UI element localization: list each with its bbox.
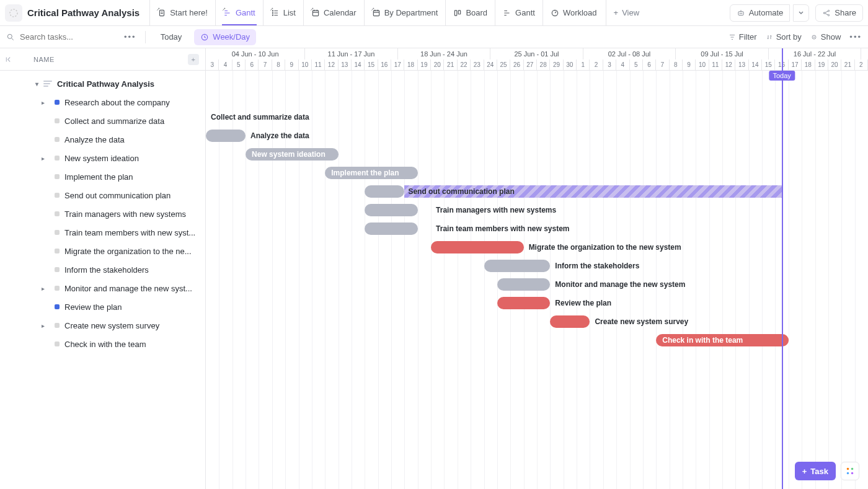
weekday-toggle[interactable]: Week/Day	[194, 29, 256, 45]
day-header: 30	[564, 59, 577, 71]
day-header: 2	[855, 59, 868, 71]
plus-icon: +	[614, 8, 619, 17]
search-icon	[6, 33, 15, 42]
week-header: 04 Jun - 10 Jun	[206, 48, 305, 59]
gantt-bar-label: Collect and summarize data	[211, 111, 309, 123]
view-tab-by-department[interactable]: By Department	[364, 0, 446, 25]
status-icon	[55, 211, 60, 216]
timeline-header: 04 Jun - 10 Jun11 Jun - 17 Jun18 Jun - 2…	[206, 48, 868, 71]
svg-point-12	[741, 13, 742, 14]
view-tab-start-here-[interactable]: Start here!	[149, 0, 215, 25]
add-view-button[interactable]: + View	[606, 0, 647, 25]
search-box[interactable]	[6, 32, 118, 42]
task-row[interactable]: ▸New system ideation	[0, 149, 205, 167]
day-header: 1	[577, 59, 590, 71]
status-icon	[55, 323, 60, 328]
view-tab-list[interactable]: List	[263, 0, 303, 25]
gantt-bar[interactable]	[365, 185, 404, 198]
gantt-bar[interactable]	[497, 278, 550, 291]
apps-button[interactable]	[841, 462, 859, 480]
task-row[interactable]: Migrate the organization to the ne...	[0, 242, 205, 260]
day-header: 5	[232, 59, 246, 71]
svg-point-23	[851, 472, 854, 475]
caret-right-icon[interactable]: ▸	[40, 99, 46, 106]
gantt-bar[interactable]	[365, 222, 417, 235]
view-tab-gantt[interactable]: Gantt	[215, 0, 263, 25]
day-header: 7	[259, 59, 272, 71]
day-header: 4	[219, 59, 232, 71]
task-row[interactable]: ▸Monitor and manage the new syst...	[0, 279, 205, 297]
space-icon[interactable]	[5, 4, 22, 22]
automate-button[interactable]: Automate	[730, 4, 790, 22]
gantt-bar-label: Analyze the data	[250, 130, 309, 142]
caret-right-icon[interactable]: ▸	[40, 155, 46, 162]
day-header: 11	[709, 59, 722, 71]
today-button[interactable]: Today	[154, 29, 188, 45]
more-options-icon[interactable]: •••	[849, 32, 862, 42]
task-list-panel: NAME + ▾ Critical Pathway Analysis ▸Rese…	[0, 48, 206, 489]
view-tabs: Start here!GanttListCalendarBy Departmen…	[149, 0, 604, 25]
show-button[interactable]: Show	[810, 32, 841, 42]
day-header: 15	[762, 59, 775, 71]
week-header: 09 Jul - 15 Jul	[676, 48, 769, 59]
gantt-bar-label: Monitor and manage the new system	[555, 278, 685, 291]
task-row[interactable]: ▸Create new system survey	[0, 316, 205, 335]
task-row[interactable]: Collect and summarize data	[0, 112, 205, 130]
task-row[interactable]: Inform the stakeholders	[0, 260, 205, 279]
gantt-bar[interactable]	[550, 315, 590, 328]
gantt-icon	[503, 9, 512, 17]
page-title[interactable]: Critical Pathway Analysis	[27, 7, 140, 18]
gantt-bar[interactable]: Check in with the team	[656, 334, 789, 346]
gantt-bar-label: Send out communication plan	[408, 185, 514, 198]
svg-point-15	[828, 14, 830, 15]
svg-rect-6	[373, 10, 379, 15]
day-header: 8	[670, 59, 683, 71]
view-tab-workload[interactable]: Workload	[542, 0, 604, 25]
tree-group-row[interactable]: ▾ Critical Pathway Analysis	[0, 74, 205, 93]
task-tree: ▾ Critical Pathway Analysis ▸Research ab…	[0, 71, 205, 489]
collapse-panel-icon[interactable]	[5, 55, 14, 64]
new-task-button[interactable]: + Task	[795, 462, 836, 480]
day-header: 9	[285, 59, 298, 71]
gantt-bar[interactable]: New system ideation	[246, 148, 339, 161]
status-icon	[55, 286, 60, 291]
task-row[interactable]: Implement the plan	[0, 167, 205, 186]
share-button[interactable]: Share	[815, 4, 863, 22]
view-tab-calendar[interactable]: Calendar	[303, 0, 364, 25]
day-header: 16	[378, 59, 391, 71]
filter-button[interactable]: Filter	[728, 32, 757, 42]
task-row[interactable]: ▸Research about the company	[0, 93, 205, 112]
gantt-bar[interactable]	[365, 204, 417, 216]
gantt-bar[interactable]	[484, 260, 551, 272]
caret-right-icon[interactable]: ▸	[40, 322, 46, 329]
view-tab-board[interactable]: Board	[445, 0, 495, 25]
search-input[interactable]	[19, 32, 105, 42]
day-header: 19	[815, 59, 828, 71]
task-row[interactable]: Send out communication plan	[0, 186, 205, 205]
add-column-button[interactable]: +	[188, 54, 199, 65]
more-icon[interactable]: •••	[124, 32, 136, 42]
task-label: Create new system survey	[64, 321, 159, 330]
view-tab-gantt[interactable]: Gantt	[495, 0, 542, 25]
task-row[interactable]: Train managers with new systems	[0, 205, 205, 223]
task-row[interactable]: Check in with the team	[0, 335, 205, 353]
task-label: Train team members with new syst...	[64, 228, 195, 237]
gantt-chart[interactable]: 04 Jun - 10 Jun11 Jun - 17 Jun18 Jun - 2…	[206, 48, 868, 489]
gantt-bar[interactable]	[206, 130, 246, 142]
caret-right-icon[interactable]: ▸	[40, 285, 46, 292]
automate-dropdown[interactable]	[793, 4, 809, 22]
sortby-button[interactable]: Sort by	[766, 32, 802, 42]
day-header: 13	[339, 59, 352, 71]
status-icon	[55, 137, 60, 142]
gantt-bar[interactable]	[431, 241, 524, 253]
task-row[interactable]: Analyze the data	[0, 130, 205, 149]
task-label: Collect and summarize data	[64, 117, 164, 126]
task-row[interactable]: Review the plan	[0, 297, 205, 316]
day-header: 26	[510, 59, 523, 71]
gantt-bar[interactable]: Implement the plan	[325, 167, 418, 179]
doc-icon	[157, 9, 166, 17]
caret-down-icon[interactable]: ▾	[33, 81, 40, 87]
task-row[interactable]: Train team members with new syst...	[0, 223, 205, 242]
svg-rect-5	[312, 10, 318, 15]
gantt-bar[interactable]	[497, 297, 550, 309]
